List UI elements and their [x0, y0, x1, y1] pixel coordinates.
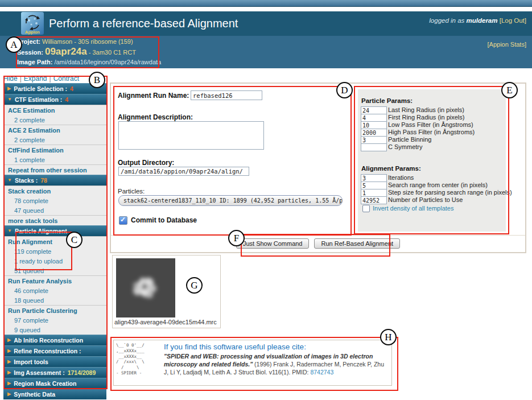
image-path-label: Image Path: — [17, 59, 52, 65]
sidebar-item-run-alignment[interactable]: Run Alignment — [3, 236, 106, 246]
sidebar-section-synthetic-data[interactable]: ▶Synthetic Data — [3, 389, 106, 399]
sidebar-hide-link[interactable]: Hide — [3, 75, 18, 83]
sidebar-section-particle-alignment[interactable]: ▼Particle Alignment — [3, 225, 106, 236]
sidebar-item-more-stack-tools[interactable]: more stack tools — [3, 215, 106, 225]
high-pass-filter-input[interactable] — [361, 129, 387, 137]
chevron-right-icon: ▶ — [7, 338, 11, 343]
appion-stats-link[interactable]: [Appion Stats] — [488, 41, 527, 48]
iterations-label: Iterations — [388, 174, 414, 181]
particle-binning-input[interactable] — [361, 136, 387, 144]
chevron-right-icon: ▶ — [7, 349, 11, 353]
sidebar-subitem[interactable]: 2 complete — [3, 135, 106, 145]
num-particles-input[interactable] — [361, 196, 387, 204]
sidebar-subitem[interactable]: 47 queued — [3, 205, 106, 215]
session-info: Project: Williamson - 30S ribosome (159)… — [17, 38, 161, 67]
sidebar-item-ctffind-estimation[interactable]: CtfFind Estimation — [3, 145, 106, 155]
session-label: Session: — [17, 49, 43, 56]
high-pass-filter-label: High Pass Filter (in Ångstroms) — [388, 129, 475, 135]
spider-ascii-art: \__`0 0'__/ ,__xXXXx___ __xXXXx__ / /xxx… — [114, 340, 162, 385]
annotation-letter-b: B — [89, 72, 105, 88]
low-pass-filter-input[interactable] — [361, 121, 387, 129]
top-strip — [0, 0, 532, 7]
count-badge: 4 — [65, 96, 68, 103]
c-symmetry-input[interactable] — [361, 143, 387, 151]
particle-binning-label: Particle Binning — [388, 136, 431, 143]
sidebar-section-import-tools[interactable]: ▶Import tools — [3, 356, 106, 367]
sidebar-subitem[interactable]: 51 queued — [3, 266, 106, 275]
annotation-letter-c: C — [66, 232, 83, 248]
sidebar-item-stack-creation[interactable]: Stack creation — [3, 185, 106, 196]
project-value[interactable]: Williamson - 30S ribosome (159) — [42, 38, 133, 45]
sidebar-item-ace2-estimation[interactable]: ACE 2 Estimation — [3, 125, 106, 135]
step-size-input[interactable] — [361, 189, 387, 197]
invert-density-checkbox[interactable] — [362, 205, 370, 212]
annotation-letter-h: H — [380, 329, 397, 345]
c-symmetry-label: C Symmetry — [388, 143, 423, 150]
sidebar-subitem[interactable]: 9 queued — [3, 325, 106, 335]
sidebar-subitem[interactable]: 2 complete — [3, 115, 106, 125]
sidebar-section-stacks[interactable]: ▼Stacks :78 — [3, 175, 106, 185]
sidebar-section-region-mask[interactable]: ▶Region Mask Creation — [3, 378, 106, 389]
chevron-down-icon: ▼ — [7, 229, 12, 233]
output-dir-label: Output Directory: — [118, 159, 174, 167]
sidebar-section-img-assessment[interactable]: ▶Img Assessment :1714/2089 — [3, 367, 106, 378]
last-ring-radius-input[interactable] — [361, 106, 387, 114]
sidebar-section-refine-reconstruction[interactable]: ▶Refine Reconstruction : — [3, 345, 106, 356]
reference-thumbnail-panel: align439-average4-09dec15m44.mrc — [112, 255, 221, 328]
count-badge: 4 — [70, 85, 73, 92]
page-title: Perform a reference-based Alignment — [49, 17, 238, 30]
sidebar-subitem[interactable]: 119 complete — [3, 246, 106, 256]
session-name[interactable]: 09apr24a — [45, 46, 87, 57]
annotation-letter-d: D — [336, 82, 353, 98]
particle-params-title: Particle Params: — [361, 97, 413, 104]
sidebar-subitem[interactable]: 18 queued — [3, 295, 106, 305]
sidebar-section-ctf-estimation[interactable]: ▼CTF Estimation :4 — [3, 94, 106, 105]
chevron-down-icon: ▼ — [7, 97, 12, 102]
description-textarea[interactable] — [118, 121, 264, 150]
username: mulderam — [467, 17, 498, 24]
search-range-label: Search range from center (in pixels) — [388, 182, 488, 188]
first-ring-radius-label: First Ring Radius (in pixels) — [388, 114, 464, 121]
description-label: Alignment Description: — [118, 113, 193, 121]
sidebar-subitem[interactable]: 78 complete — [3, 196, 106, 205]
sidebar-item-ace-estimation[interactable]: ACE Estimation — [3, 105, 106, 115]
sidebar-item-run-particle-clustering[interactable]: Run Particle Clustering — [3, 305, 106, 315]
commit-label: Commit to Database — [131, 216, 197, 224]
annotation-letter-f: F — [228, 230, 245, 246]
run-name-input[interactable] — [191, 90, 262, 100]
search-range-input[interactable] — [361, 182, 387, 189]
citation-heading: If you find this software useful please … — [164, 343, 388, 351]
sidebar-subitem[interactable]: 1 ready to upload — [3, 256, 106, 266]
invert-density-label[interactable]: Invert density of all templates — [373, 205, 453, 212]
login-status: logged in as mulderam [Log Out] — [429, 17, 526, 24]
iterations-input[interactable] — [361, 174, 387, 182]
run-ref-based-alignment-button[interactable]: Run Ref-Based Alignment — [314, 238, 400, 249]
annotation-letter-e: E — [501, 82, 518, 98]
run-name-label: Alignment Run Name: — [118, 92, 189, 100]
particles-select[interactable]: stack62-centered1837_110_10 ID: 1899 (42… — [118, 195, 343, 206]
sidebar-subitem[interactable]: 46 complete — [3, 286, 106, 295]
commit-checkbox[interactable] — [119, 216, 127, 225]
first-ring-radius-input[interactable] — [361, 114, 387, 122]
annotation-letter-g: G — [186, 277, 203, 294]
sidebar-section-ab-initio[interactable]: ▶Ab Initio Reconstruction — [3, 335, 106, 345]
sidebar-expand-link[interactable]: Expand — [24, 75, 47, 83]
sidebar-subitem[interactable]: 1 complete — [3, 155, 106, 164]
sidebar-contract-link[interactable]: Contract — [53, 75, 79, 83]
sidebar-subitem[interactable]: 97 complete — [3, 315, 106, 325]
count-badge: 1714/2089 — [68, 369, 96, 376]
chevron-right-icon: ▶ — [7, 86, 11, 91]
sidebar-item-repeat-session[interactable]: Repeat from other session — [3, 164, 106, 175]
thumbnail-filename: align439-average4-09dec15m44.mrc — [114, 319, 217, 325]
logout-link[interactable]: [Log Out] — [500, 17, 526, 24]
step-size-label: Step size for parsing search range (in p… — [388, 189, 512, 196]
params-panel: Particle Params: Last Ring Radius (in pi… — [358, 89, 506, 232]
just-show-command-button[interactable]: Just Show Command — [236, 238, 310, 249]
output-dir-input[interactable] — [118, 167, 249, 176]
sidebar-item-run-feature-analysis[interactable]: Run Feature Analysis — [3, 275, 106, 286]
pmid-link[interactable]: 8742743 — [310, 369, 333, 376]
session-suffix: - 3am30 C1 RCT — [89, 49, 136, 56]
alignment-form-panel: Alignment Run Name: Alignment Descriptio… — [110, 83, 526, 253]
particle-class-average-image — [116, 258, 175, 317]
chevron-right-icon: ▶ — [7, 392, 11, 397]
